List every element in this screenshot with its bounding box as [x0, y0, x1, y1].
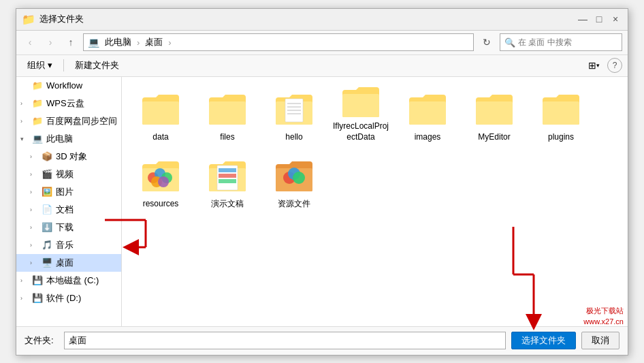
file-label: 演示文稿	[211, 199, 244, 210]
svg-rect-9	[409, 101, 446, 125]
search-icon: 🔍	[504, 37, 515, 48]
folder-icon: 📁	[31, 98, 44, 108]
sidebar-item-pics[interactable]: ›🖼️图片	[16, 183, 121, 201]
sidebar-item-label: 软件 (D:)	[46, 292, 81, 304]
svg-rect-5	[287, 106, 301, 108]
svg-rect-10	[476, 101, 513, 125]
minimize-button[interactable]: —	[576, 12, 590, 26]
chevron-icon: ›	[30, 259, 39, 266]
search-input[interactable]	[518, 37, 617, 47]
chevron-icon: ›	[30, 224, 39, 231]
folder-icon: 📁	[31, 80, 44, 91]
file-icon-wrapper	[274, 155, 315, 196]
chevron-icon: ›	[20, 295, 30, 302]
sidebar-item-desktop[interactable]: ›🖥️桌面	[16, 254, 121, 272]
sidebar-item-label: Workflow	[46, 80, 82, 91]
action-separator	[63, 59, 64, 72]
help-button[interactable]: ?	[607, 58, 622, 73]
folder-icon: 🖥️	[41, 257, 53, 268]
svg-rect-20	[219, 168, 236, 172]
svg-rect-7	[287, 113, 301, 114]
folder-icon: 📄	[41, 204, 53, 215]
file-item-files[interactable]: files	[197, 85, 258, 146]
folder-icon: 🎬	[41, 169, 53, 179]
sidebar-item-label: 图片	[56, 186, 74, 198]
address-bar[interactable]: 💻 此电脑 › 桌面 ›	[83, 33, 474, 51]
file-item-iflyreclocal[interactable]: IflyrecLocalProjectData	[330, 85, 391, 146]
action-bar: 组织 ▾ 新建文件夹 ⊞ ▾ ?	[16, 55, 628, 77]
folder-icon: 💻	[31, 133, 44, 144]
file-item-plugins[interactable]: plugins	[530, 85, 592, 146]
search-box[interactable]: 🔍	[500, 33, 622, 51]
folder-icon: ⬇️	[41, 222, 53, 232]
svg-rect-8	[342, 94, 379, 117]
sidebar-item-label: 文档	[56, 204, 74, 216]
file-label: resources	[143, 199, 179, 210]
address-segment-desktop[interactable]: 桌面	[142, 35, 165, 50]
new-folder-button[interactable]: 新建文件夹	[69, 57, 125, 74]
svg-rect-11	[543, 101, 579, 125]
sidebar-item-pc[interactable]: ▾💻此电脑	[16, 130, 121, 148]
sidebar-item-video[interactable]: ›🎬视频	[16, 165, 121, 183]
view-button[interactable]: ⊞ ▾	[585, 57, 602, 74]
sidebar-item-label: 音乐	[56, 239, 74, 251]
address-sep: ›	[137, 37, 140, 48]
organize-button[interactable]: 组织 ▾	[22, 57, 58, 74]
chevron-icon: ›	[20, 118, 30, 125]
file-area: datafileshelloIflyrecLocalProjectDataima…	[122, 77, 628, 326]
sidebar-item-soft_d[interactable]: ›💾软件 (D:)	[16, 289, 121, 307]
chevron-icon: ›	[30, 206, 39, 213]
sidebar-item-workflow[interactable]: 📁Workflow	[16, 77, 121, 95]
sidebar-item-local_c[interactable]: ›💾本地磁盘 (C:)	[16, 272, 121, 289]
file-item-yanshi[interactable]: 演示文稿	[197, 152, 258, 213]
forward-button[interactable]: ›	[42, 34, 59, 50]
back-button[interactable]: ‹	[22, 34, 38, 50]
sidebar-item-music[interactable]: ›🎵音乐	[16, 236, 121, 254]
sidebar-item-label: 3D 对象	[56, 151, 87, 163]
file-chooser-dialog: 📁 选择文件夹 — □ × ‹ › ↑ 💻 此电脑 › 桌面 › ↻ 🔍 组织 …	[16, 8, 628, 356]
chevron-icon: ›	[20, 277, 30, 284]
folder-input[interactable]	[64, 332, 506, 349]
content-area: 📁Workflow›📁WPS云盘›📁百度网盘同步空间▾💻此电脑›📦3D 对象›🎬…	[16, 77, 628, 326]
cancel-button[interactable]: 取消	[581, 332, 619, 349]
sidebar-item-baidu[interactable]: ›📁百度网盘同步空间	[16, 112, 121, 130]
file-item-resources[interactable]: resources	[130, 152, 191, 213]
address-sep2: ›	[168, 37, 171, 48]
folder-icon: 💾	[31, 293, 44, 303]
chevron-icon: ›	[30, 171, 39, 178]
sidebar-item-label: WPS云盘	[46, 97, 84, 110]
title-controls: — □ ×	[576, 12, 622, 26]
sidebar-item-label: 下载	[56, 221, 74, 234]
file-icon-wrapper	[140, 155, 181, 196]
chevron-icon: ▾	[20, 136, 30, 142]
view-dropdown-icon: ▾	[596, 62, 600, 69]
svg-rect-6	[287, 110, 301, 111]
dialog-title: 选择文件夹	[39, 13, 84, 25]
file-item-ziyuan[interactable]: 资源文件	[263, 152, 325, 213]
refresh-button[interactable]: ↻	[478, 33, 496, 51]
view-icon: ⊞	[588, 60, 596, 71]
maximize-button[interactable]: □	[592, 12, 606, 26]
file-item-data[interactable]: data	[130, 85, 191, 146]
sidebar-item-wps[interactable]: ›📁WPS云盘	[16, 95, 121, 112]
sidebar-item-3d[interactable]: ›📦3D 对象	[16, 148, 121, 165]
toolbar: ‹ › ↑ 💻 此电脑 › 桌面 › ↻ 🔍	[16, 31, 628, 55]
file-item-hello[interactable]: hello	[263, 85, 325, 146]
file-item-myeditor[interactable]: MyEditor	[464, 85, 525, 146]
file-icon-wrapper	[274, 89, 315, 129]
svg-rect-4	[287, 103, 301, 104]
file-item-images[interactable]: images	[397, 85, 458, 146]
file-icon-wrapper	[407, 89, 448, 129]
up-button[interactable]: ↑	[63, 34, 79, 50]
file-label: plugins	[548, 132, 574, 143]
svg-point-26	[293, 172, 305, 184]
close-button[interactable]: ×	[609, 12, 622, 26]
sidebar: 📁Workflow›📁WPS云盘›📁百度网盘同步空间▾💻此电脑›📦3D 对象›🎬…	[16, 77, 122, 326]
sidebar-item-label: 本地磁盘 (C:)	[46, 274, 99, 287]
sidebar-item-downloads[interactable]: ›⬇️下载	[16, 219, 121, 236]
file-icon-wrapper	[207, 89, 248, 129]
address-segment-pc[interactable]: 此电脑	[102, 35, 134, 50]
select-folder-button[interactable]: 选择文件夹	[511, 332, 576, 349]
sidebar-item-label: 百度网盘同步空间	[46, 115, 117, 127]
sidebar-item-docs[interactable]: ›📄文档	[16, 201, 121, 219]
